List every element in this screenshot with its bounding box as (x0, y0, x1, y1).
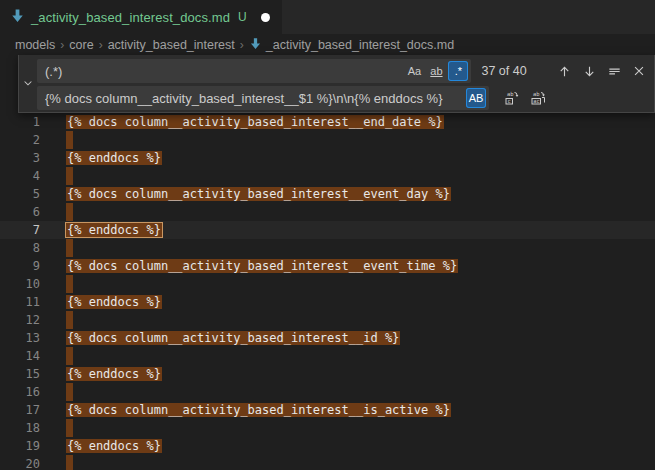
find-match: {% docs column__activity_based_interest_… (66, 331, 400, 345)
line-text (66, 383, 73, 401)
find-match: {% enddocs %} (66, 439, 162, 453)
empty-line-match-highlight (66, 455, 73, 470)
editor-line[interactable]: 12 (0, 311, 655, 329)
replace-one-button[interactable]: ab c (501, 87, 523, 109)
editor-line[interactable]: 14 (0, 347, 655, 365)
next-match-button[interactable] (579, 60, 600, 82)
toggle-replace-button[interactable] (19, 55, 37, 112)
editor-line[interactable]: 15{% enddocs %} (0, 365, 655, 383)
empty-line-match-highlight (66, 347, 73, 365)
line-number: 13 (0, 329, 66, 347)
line-text: {% enddocs %} (66, 221, 162, 239)
empty-line-match-highlight (66, 167, 73, 185)
find-match: {% enddocs %} (66, 295, 162, 309)
breadcrumb-item-core[interactable]: core (69, 38, 93, 52)
line-text: {% docs column__activity_based_interest_… (66, 257, 458, 275)
editor-line[interactable]: 1{% docs column__activity_based_interest… (0, 113, 655, 131)
line-number: 7 (0, 221, 66, 239)
line-number: 9 (0, 257, 66, 275)
editor-line[interactable]: 13{% docs column__activity_based_interes… (0, 329, 655, 347)
editor-line[interactable]: 8 (0, 239, 655, 257)
line-text (66, 131, 73, 149)
svg-text:ac: ac (533, 98, 540, 104)
current-find-match: {% enddocs %} (66, 223, 162, 237)
whole-word-button[interactable]: ab (426, 61, 446, 81)
tab-filename: _activity_based_interest_docs.md (31, 10, 230, 25)
editor-line[interactable]: 6 (0, 203, 655, 221)
svg-text:ab: ab (507, 91, 514, 97)
editor-line[interactable]: 19{% enddocs %} (0, 437, 655, 455)
breadcrumb-item-file[interactable]: _activity_based_interest_docs.md (249, 37, 454, 53)
line-text: {% enddocs %} (66, 149, 162, 167)
code-area[interactable]: 1{% docs column__activity_based_interest… (0, 55, 655, 470)
editor-line[interactable]: 4 (0, 167, 655, 185)
close-find-button[interactable] (629, 60, 650, 82)
line-number: 19 (0, 437, 66, 455)
line-number: 1 (0, 113, 66, 131)
tab-bar: _activity_based_interest_docs.md U (0, 0, 655, 34)
editor-line[interactable]: 10 (0, 275, 655, 293)
arrow-down-icon (582, 64, 597, 79)
editor-line[interactable]: 18 (0, 419, 655, 437)
line-text: {% enddocs %} (66, 365, 162, 383)
replace-buttons: ab c ab (497, 87, 549, 109)
empty-line-match-highlight (66, 419, 73, 437)
line-text (66, 167, 73, 185)
find-in-selection-button[interactable] (604, 60, 625, 82)
breadcrumb-separator: › (240, 38, 244, 52)
line-text (66, 275, 73, 293)
line-text: {% docs column__activity_based_interest_… (66, 113, 444, 131)
empty-line-match-highlight (66, 239, 73, 257)
breadcrumb-item-activity-based-interest[interactable]: activity_based_interest (108, 38, 235, 52)
line-number: 4 (0, 167, 66, 185)
empty-line-match-highlight (66, 131, 73, 149)
previous-match-button[interactable] (553, 60, 574, 82)
editor-line[interactable]: 16 (0, 383, 655, 401)
line-number: 11 (0, 293, 66, 311)
editor-line[interactable]: 7{% enddocs %} (0, 221, 655, 239)
replace-row: AB ab c (37, 86, 650, 110)
empty-line-match-highlight (66, 383, 73, 401)
find-match: {% enddocs %} (66, 367, 162, 381)
line-number: 17 (0, 401, 66, 419)
match-case-button[interactable]: Aa (404, 61, 424, 81)
editor-line[interactable]: 20 (0, 455, 655, 470)
line-text: {% enddocs %} (66, 437, 162, 455)
replace-options: AB (466, 88, 486, 108)
breadcrumb-item-models[interactable]: models (15, 38, 55, 52)
replace-all-icon: ab ac (530, 90, 546, 106)
replace-input-wrap: AB (37, 86, 489, 110)
empty-line-match-highlight (66, 311, 73, 329)
markdown-file-icon (249, 37, 262, 53)
markdown-file-icon (10, 8, 25, 27)
empty-line-match-highlight (66, 275, 73, 293)
line-number: 12 (0, 311, 66, 329)
preserve-case-button[interactable]: AB (466, 88, 486, 108)
line-number: 14 (0, 347, 66, 365)
svg-text:c: c (508, 98, 511, 104)
editor-line[interactable]: 2 (0, 131, 655, 149)
line-text: {% docs column__activity_based_interest_… (66, 185, 451, 203)
line-text (66, 419, 73, 437)
tab-active-file[interactable]: _activity_based_interest_docs.md U (0, 0, 282, 34)
find-row: Aa ab .* 37 of 40 (37, 59, 650, 83)
editor-line[interactable]: 5{% docs column__activity_based_interest… (0, 185, 655, 203)
editor-line[interactable]: 9{% docs column__activity_based_interest… (0, 257, 655, 275)
breadcrumb-separator: › (60, 38, 64, 52)
selection-lines-icon (607, 64, 622, 79)
find-match: {% enddocs %} (66, 151, 162, 165)
line-number: 16 (0, 383, 66, 401)
line-number: 10 (0, 275, 66, 293)
editor-line[interactable]: 17{% docs column__activity_based_interes… (0, 401, 655, 419)
replace-all-button[interactable]: ab ac (527, 87, 549, 109)
line-number: 18 (0, 419, 66, 437)
modified-dot-indicator[interactable] (261, 13, 270, 22)
empty-line-match-highlight (66, 203, 73, 221)
regex-button[interactable]: .* (448, 61, 468, 81)
replace-input[interactable] (37, 91, 466, 106)
close-icon (632, 64, 646, 78)
editor-line[interactable]: 11{% enddocs %} (0, 293, 655, 311)
line-number: 15 (0, 365, 66, 383)
editor-line[interactable]: 3{% enddocs %} (0, 149, 655, 167)
find-input[interactable] (37, 64, 404, 79)
